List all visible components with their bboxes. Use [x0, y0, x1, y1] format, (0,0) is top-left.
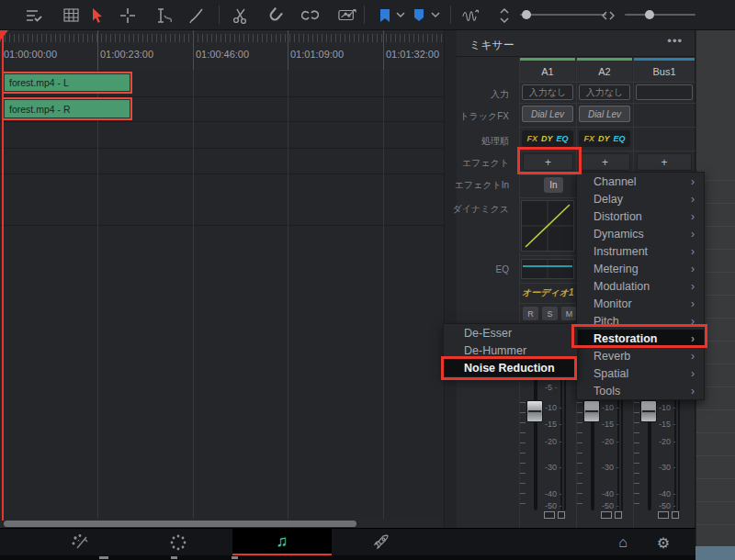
selection-mode-icon[interactable]	[88, 6, 107, 24]
horizontal-zoom-slider[interactable]	[625, 14, 695, 16]
vertical-zoom-slider[interactable]	[520, 14, 606, 16]
page-tab-bar: ♫ ⌂ ⚙	[0, 528, 695, 555]
db-scale-label: -50	[602, 501, 619, 510]
highlight-box-noise-reduction	[441, 356, 577, 380]
eq-badge: EQ	[614, 134, 626, 143]
timeline-track-area[interactable]	[0, 70, 444, 519]
channel-header-a1[interactable]: A1	[520, 61, 575, 82]
db-scale-label: -5	[545, 383, 558, 392]
menu-item-monitor[interactable]: Monitor›	[577, 295, 704, 312]
timeline-view-options-icon[interactable]	[25, 6, 43, 24]
eq-graph-a1[interactable]	[521, 259, 574, 279]
menu-item-channel[interactable]: Channel›	[577, 173, 704, 190]
input-select-a2[interactable]: 入力なし	[579, 84, 630, 100]
range-selection-icon[interactable]	[119, 6, 137, 24]
process-order-a1[interactable]: FX DY EQ	[522, 130, 573, 147]
toolbar-divider	[450, 6, 451, 24]
flag-keyframe-icon[interactable]	[338, 6, 356, 24]
marker-chevron-down-icon[interactable]	[391, 6, 410, 24]
submenu-item-de-esser[interactable]: De-Esser	[444, 324, 577, 342]
home-icon[interactable]: ⌂	[609, 532, 637, 553]
chevron-right-icon: ›	[691, 280, 695, 293]
effects-in-toggle-a1[interactable]: In	[544, 177, 563, 193]
menu-item-distortion[interactable]: Distortion›	[577, 207, 704, 225]
color-page-icon[interactable]	[164, 532, 192, 553]
track-name-label: オーディオ1	[522, 286, 574, 299]
deliver-page-icon[interactable]	[368, 532, 395, 553]
db-scale-label: -15	[602, 420, 619, 429]
solo-button[interactable]: S	[542, 307, 558, 320]
audio-clip-right[interactable]: forest.mp4 - R	[2, 97, 132, 120]
menu-item-tools[interactable]: Tools›	[577, 382, 704, 399]
db-scale-label: -30	[602, 463, 619, 472]
ruler-major-tick	[288, 30, 288, 70]
effects-category-menu: Channel› Delay› Distortion› Dynamics› In…	[576, 172, 705, 400]
menu-item-metering[interactable]: Metering›	[577, 260, 704, 277]
fader-tick-marks	[520, 402, 526, 510]
row-label-dynamics: ダイナミクス	[453, 203, 509, 216]
flag-icon[interactable]	[410, 6, 428, 24]
vertical-zoom-icon[interactable]	[495, 6, 514, 24]
input-select-a1[interactable]: 入力なし	[522, 84, 573, 100]
record-arm-button[interactable]: R	[523, 307, 538, 320]
fusion-page-icon[interactable]	[67, 532, 95, 553]
highlight-box-add-effect	[517, 147, 582, 174]
trackfx-a1[interactable]: Dial Lev	[522, 106, 573, 122]
add-effect-button-a2[interactable]: +	[580, 153, 630, 171]
menu-item-modulation[interactable]: Modulation›	[577, 277, 704, 295]
background-row-line	[696, 478, 735, 479]
row-label-effects: エフェクト	[462, 157, 509, 170]
dy-badge: DY	[598, 134, 610, 143]
db-scale-label: -30	[545, 463, 562, 472]
cut-scissors-icon[interactable]	[232, 6, 250, 24]
channel-header-a2[interactable]: A2	[577, 61, 632, 82]
add-effect-button-bus1[interactable]: +	[637, 153, 692, 171]
db-scale-label: -15	[659, 420, 676, 429]
fairlight-note-icon: ♫	[277, 532, 288, 551]
ruler-major-tick	[383, 30, 384, 70]
db-scale-label: -10	[545, 403, 562, 412]
menu-item-reverb[interactable]: Reverb›	[577, 347, 704, 364]
track-index-icon[interactable]	[62, 6, 80, 24]
menu-item-dynamics[interactable]: Dynamics›	[577, 225, 704, 242]
link-icon[interactable]	[300, 6, 319, 24]
ruler-major-tick	[97, 30, 98, 70]
snapping-magnet-icon[interactable]	[266, 6, 284, 24]
timeline-gridline	[383, 70, 384, 520]
menu-item-spatial[interactable]: Spatial›	[577, 364, 704, 382]
trackfx-a2[interactable]: Dial Lev	[579, 106, 630, 122]
fader-handle[interactable]	[640, 400, 657, 422]
chevron-right-icon: ›	[691, 297, 695, 310]
fader-handle[interactable]	[583, 400, 600, 422]
mixer-options-icon[interactable]: •••	[667, 34, 683, 48]
fader-handle[interactable]	[526, 400, 543, 422]
horizontal-zoom-slider-knob[interactable]	[645, 10, 654, 19]
clip-label: forest.mp4 - L	[4, 77, 69, 88]
menu-item-delay[interactable]: Delay›	[577, 190, 704, 207]
horizontal-scrollbar-thumb[interactable]	[4, 521, 356, 527]
row-label-trackfx: トラックFX	[459, 110, 509, 123]
channel-header-bus1[interactable]: Bus1	[634, 61, 695, 82]
timeline-ruler[interactable]: 01:00:00:00 01:00:23:00 01:00:46:00 01:0…	[0, 30, 444, 70]
mixer-header: ミキサー •••	[457, 30, 695, 57]
flag-chevron-down-icon[interactable]	[426, 6, 445, 24]
cropped-ui-fragment	[99, 556, 108, 559]
process-order-a2[interactable]: FX DY EQ	[579, 130, 630, 147]
settings-gear-icon[interactable]: ⚙	[650, 532, 677, 553]
chevron-right-icon: ›	[691, 210, 695, 223]
chevron-right-icon: ›	[691, 245, 695, 258]
playhead[interactable]	[2, 30, 4, 521]
menu-item-instrument[interactable]: Instrument›	[577, 242, 704, 260]
fairlight-page-tab[interactable]: ♫	[232, 529, 332, 556]
waveform-zoom-icon[interactable]	[462, 6, 481, 24]
vertical-zoom-slider-knob[interactable]	[522, 10, 531, 19]
db-scale-label: -30	[659, 463, 676, 472]
eq-badge: EQ	[557, 134, 569, 143]
edit-selection-icon[interactable]	[154, 6, 173, 24]
pencil-icon[interactable]	[187, 6, 206, 24]
audio-clip-left[interactable]: forest.mp4 - L	[2, 72, 132, 94]
input-select-bus1[interactable]	[636, 84, 693, 100]
dynamics-graph-a1[interactable]	[521, 200, 574, 252]
mute-button[interactable]: M	[561, 307, 577, 320]
playhead-flag[interactable]	[0, 30, 8, 40]
